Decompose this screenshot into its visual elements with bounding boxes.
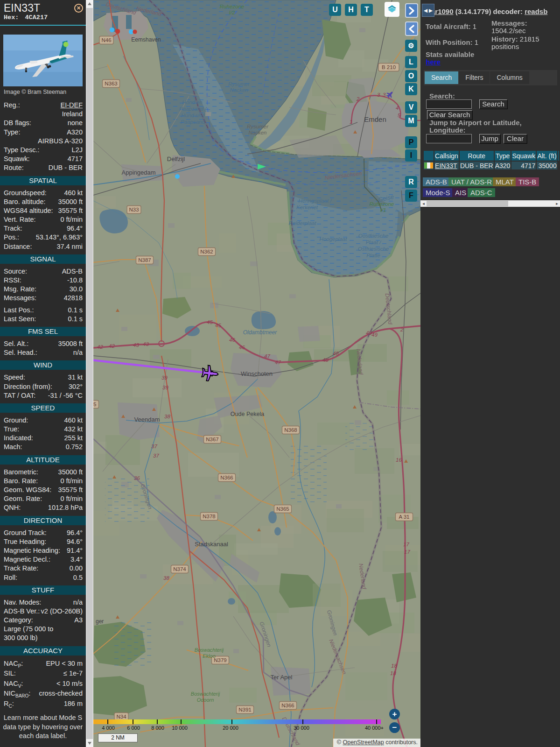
svg-text:2: 2 (356, 96, 360, 102)
svg-text:N379: N379 (214, 657, 227, 663)
svg-text:49: 49 (371, 332, 378, 338)
svg-text:A 31: A 31 (399, 514, 409, 520)
svg-text:39: 39 (161, 375, 168, 381)
svg-text:Boswachterij: Boswachterij (191, 691, 220, 697)
svg-text:B 210: B 210 (382, 64, 396, 70)
svg-text:N366: N366 (220, 475, 233, 480)
svg-text:ger: ger (96, 618, 104, 625)
svg-text:N378: N378 (203, 514, 216, 519)
svg-text:Rysumer: Rysumer (247, 124, 269, 129)
svg-text:Ekloo: Ekloo (203, 653, 216, 659)
svg-text:17: 17 (404, 549, 410, 555)
svg-text:N365: N365 (276, 506, 289, 512)
svg-text:48: 48 (333, 351, 339, 356)
svg-text:42: 42 (97, 344, 103, 350)
svg-text:Reiderplaat: Reiderplaat (289, 220, 317, 226)
svg-text:N387: N387 (138, 257, 151, 263)
svg-text:Eemshaven: Eemshaven (131, 36, 161, 43)
svg-text:37: 37 (153, 453, 159, 458)
svg-text:39: 39 (162, 385, 168, 390)
svg-text:Oostfriesche: Oostfriesche (358, 233, 389, 239)
svg-text:N366: N366 (281, 703, 294, 708)
svg-text:Winschoten: Winschoten (241, 370, 273, 377)
svg-text:37: 37 (151, 444, 157, 449)
svg-text:N363: N363 (105, 81, 118, 86)
svg-text:45: 45 (207, 319, 213, 325)
svg-text:16: 16 (396, 457, 402, 463)
svg-text:42: 42 (109, 343, 115, 349)
svg-text:N362: N362 (200, 249, 213, 254)
svg-text:Veendam: Veendam (134, 416, 160, 423)
svg-text:Heringsplaat /: Heringsplaat / (299, 198, 333, 204)
svg-text:Kerkeriet: Kerkeriet (296, 204, 318, 210)
svg-text:Paapzand /: Paapzand / (179, 106, 207, 112)
svg-text:17: 17 (403, 542, 409, 547)
svg-text:Nacken: Nacken (230, 87, 248, 93)
svg-text:2: 2 (400, 327, 404, 332)
svg-text:Oldambtmeer: Oldambtmeer (243, 329, 278, 336)
svg-text:43: 43 (143, 341, 149, 347)
svg-text:I/1: I/1 (380, 207, 386, 213)
svg-text:Plaat /: Plaat / (366, 240, 382, 245)
svg-text:Oude Pekela: Oude Pekela (231, 411, 264, 417)
svg-text:3: 3 (377, 92, 380, 98)
svg-text:N46: N46 (101, 37, 111, 43)
svg-text:N368: N368 (284, 427, 297, 433)
svg-text:Hoogeplaat: Hoogeplaat (320, 236, 348, 242)
svg-text:38: 38 (164, 414, 170, 419)
svg-text:Nacken: Nacken (249, 130, 267, 135)
svg-text:Hond en: Hond en (182, 99, 202, 105)
svg-text:Ter Apel: Ter Apel (271, 674, 293, 681)
svg-text:45: 45 (215, 323, 221, 328)
svg-text:Rysumer: Rysumer (228, 81, 250, 87)
svg-text:47: 47 (264, 353, 270, 359)
svg-text:Delfzijl: Delfzijl (167, 155, 185, 162)
svg-text:47: 47 (275, 359, 281, 365)
svg-text:18: 18 (391, 663, 397, 669)
svg-text:N33: N33 (129, 207, 139, 212)
svg-text:18: 18 (390, 670, 396, 676)
svg-text:Boswachterij: Boswachterij (195, 647, 224, 653)
svg-text:Paapsand: Paapsand (181, 119, 205, 125)
svg-text:Platte: Platte (366, 253, 380, 258)
svg-text:4: 4 (396, 105, 399, 111)
svg-text:Stadskanaal: Stadskanaal (195, 541, 228, 548)
svg-text:35: 35 (93, 402, 96, 407)
svg-text:48: 48 (322, 357, 329, 363)
svg-text:38: 38 (163, 575, 169, 581)
svg-text:46: 46 (239, 345, 245, 350)
svg-text:Ruhezone: Ruhezone (220, 4, 244, 9)
svg-text:N34: N34 (116, 714, 126, 719)
svg-text:Hund und: Hund und (181, 113, 204, 118)
svg-text:Emden: Emden (364, 115, 386, 123)
svg-text:Ostfriesische: Ostfriesische (358, 246, 389, 252)
svg-text:3: 3 (383, 92, 386, 98)
svg-text:5: 5 (398, 113, 401, 118)
svg-text:I/2: I/2 (229, 10, 235, 15)
svg-text:1: 1 (350, 119, 352, 125)
svg-text:43: 43 (133, 342, 139, 348)
svg-text:36: 36 (134, 475, 140, 481)
svg-text:46: 46 (229, 337, 235, 343)
svg-text:Odoorn: Odoorn (197, 697, 214, 703)
svg-text:N367: N367 (206, 437, 219, 442)
svg-text:N391: N391 (238, 707, 252, 712)
svg-text:N374: N374 (173, 566, 186, 572)
svg-text:Appingedam: Appingedam (122, 169, 156, 176)
